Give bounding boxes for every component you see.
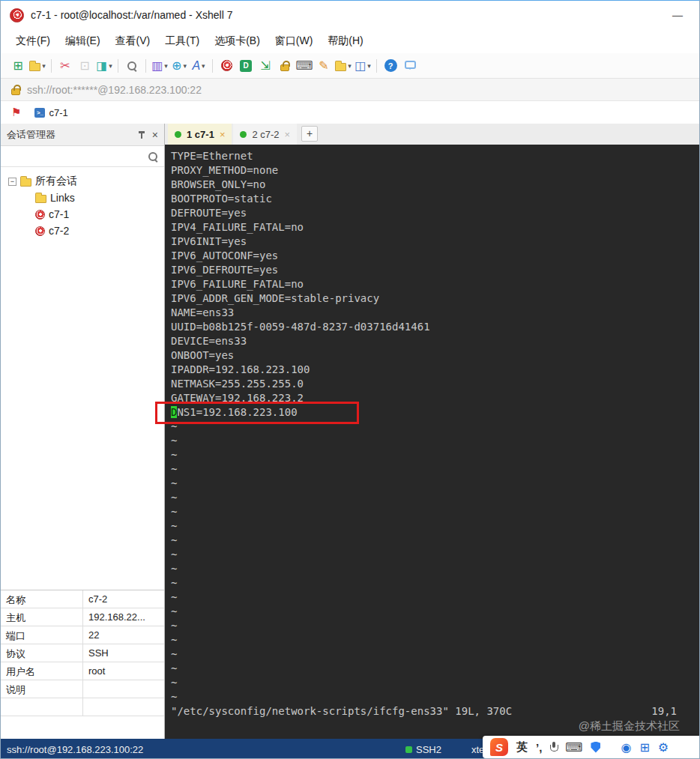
- open-session-icon[interactable]: ▾: [28, 57, 46, 75]
- tray-grid-icon[interactable]: ⊞: [639, 740, 649, 755]
- terminal-tilde-line: ~: [171, 633, 699, 647]
- property-value: c7-2: [83, 590, 164, 608]
- property-row-port: 端口22: [1, 626, 164, 644]
- terminal-tilde-line: ~: [171, 448, 699, 462]
- virtual-keyboard-icon[interactable]: ⌨: [565, 740, 582, 755]
- collapse-icon[interactable]: −: [8, 178, 16, 186]
- tray-circle-icon[interactable]: ◉: [621, 740, 631, 755]
- fullscreen-icon[interactable]: ⇲: [256, 57, 274, 75]
- ime-punctuation-toggle[interactable]: ’,: [536, 741, 542, 754]
- xshell-logo-icon[interactable]: [217, 57, 235, 75]
- property-value: 192.168.22...: [83, 608, 164, 626]
- pin-icon[interactable]: [138, 130, 145, 139]
- send-text-icon[interactable]: ▥▾: [151, 57, 169, 75]
- tab-label: 1 c7-1: [187, 129, 214, 140]
- keyboard-icon[interactable]: ⌨: [295, 57, 313, 75]
- menu-item-file[interactable]: 文件(F): [8, 31, 58, 51]
- ime-language-toggle[interactable]: 英: [516, 740, 528, 755]
- dropdown-arrow-icon: ▾: [42, 62, 46, 70]
- transfer-folder-icon: [335, 63, 346, 71]
- encoding-globe-icon: ⊕: [172, 60, 181, 72]
- property-key: 用户名: [1, 662, 83, 680]
- session-icon: [35, 226, 45, 236]
- layout-icon[interactable]: ◫▾: [354, 57, 372, 75]
- menu-item-help[interactable]: 帮助(H): [320, 31, 370, 51]
- terminal-tab-1-c7-1[interactable]: 1 c7-1×: [168, 124, 232, 145]
- microphone-icon[interactable]: [550, 742, 557, 753]
- title-bar: c7-1 - root@localhost:/var/named - Xshel…: [1, 1, 699, 29]
- property-row-name: 名称c7-2: [1, 590, 164, 608]
- xftp-icon[interactable]: D: [237, 57, 255, 75]
- find-icon[interactable]: [123, 57, 141, 75]
- highlight-pen-icon[interactable]: ✎: [315, 57, 333, 75]
- terminal-screen[interactable]: TYPE=EthernetPROXY_METHOD=noneBROWSER_ON…: [165, 145, 699, 739]
- sogou-logo-icon[interactable]: S: [490, 738, 508, 756]
- terminal-tilde-line: ~: [171, 434, 699, 448]
- input-shield-icon[interactable]: [591, 742, 600, 753]
- property-value: [83, 680, 164, 698]
- terminal-tilde-line: ~: [171, 590, 699, 605]
- search-icon: [148, 151, 158, 162]
- dropdown-arrow-icon: ▾: [109, 62, 112, 70]
- new-session-icon[interactable]: ⊞: [9, 57, 27, 75]
- terminal-tilde-line: ~: [171, 662, 699, 676]
- property-value: [83, 698, 164, 716]
- sidebar-item-c7-1[interactable]: c7-1: [1, 206, 164, 223]
- sidebar-item-c7-2[interactable]: c7-2: [1, 223, 164, 239]
- session-manager-title: 会话管理器: [7, 128, 55, 142]
- main-area: 会话管理器 × −所有会话Linksc7-1c7-2 名称c7-2主机192.1…: [1, 124, 699, 739]
- encoding-globe-icon[interactable]: ⊕▾: [170, 57, 188, 75]
- sidebar-item-links[interactable]: Links: [1, 190, 164, 206]
- disconnect-icon[interactable]: ✂: [56, 57, 74, 75]
- find-icon: [127, 61, 137, 71]
- help-icon[interactable]: ?: [381, 57, 399, 75]
- address-bar: ssh://root:******@192.168.223.100:22: [1, 79, 699, 101]
- dropdown-arrow-icon: ▾: [367, 62, 371, 70]
- menu-item-tools[interactable]: 工具(T): [157, 31, 207, 51]
- minimize-button[interactable]: —: [665, 9, 690, 21]
- protocol-label: SSH2: [416, 744, 441, 755]
- menu-item-edit[interactable]: 编辑(E): [58, 31, 108, 51]
- vi-status-line: "/etc/sysconfig/network-scripts/ifcfg-en…: [171, 704, 699, 719]
- lock-icon: [280, 64, 289, 71]
- toolbar: ⊞▾✂⊡◨▾▥▾⊕▾A▾D⇲⌨✎▾◫▾?: [1, 53, 699, 79]
- session-manager-panel: 会话管理器 × −所有会话Linksc7-1c7-2 名称c7-2主机192.1…: [1, 124, 165, 739]
- disconnect-icon: ✂: [60, 60, 70, 72]
- tray-gear-icon[interactable]: ⚙: [658, 740, 669, 755]
- session-properties-icon[interactable]: ◨▾: [95, 57, 113, 75]
- feedback-icon: [405, 61, 416, 69]
- property-key: 名称: [1, 590, 83, 608]
- new-tab-button[interactable]: +: [301, 126, 318, 142]
- new-session-icon: ⊞: [13, 60, 22, 72]
- session-search-box[interactable]: [1, 146, 164, 167]
- window-title: c7-1 - root@localhost:/var/named - Xshel…: [31, 9, 232, 21]
- dropdown-arrow-icon: ▾: [202, 62, 205, 70]
- menu-item-window[interactable]: 窗口(W): [268, 31, 321, 51]
- terminal-tilde-line: ~: [171, 548, 699, 562]
- property-row-username: 用户名root: [1, 662, 164, 680]
- sidebar-item-item[interactable]: −所有会话: [1, 173, 164, 190]
- tab-close-icon[interactable]: ×: [285, 129, 291, 140]
- close-panel-icon[interactable]: ×: [152, 130, 158, 140]
- dropdown-arrow-icon: ▾: [183, 62, 187, 70]
- quick-session-button[interactable]: >_ c7-1: [30, 106, 72, 120]
- lock-icon[interactable]: [276, 57, 294, 75]
- terminal-line: DEFROUTE=yes: [171, 206, 699, 220]
- address-url[interactable]: ssh://root:******@192.168.223.100:22: [27, 84, 202, 96]
- tree-label: Links: [50, 192, 75, 204]
- menu-item-tabs[interactable]: 选项卡(B): [207, 31, 268, 51]
- terminal-line: DNS1=192.168.223.100: [171, 405, 699, 420]
- terminal-tab-2-c7-2[interactable]: 2 c7-2×: [233, 124, 297, 145]
- feedback-icon[interactable]: [401, 57, 419, 75]
- menu-item-view[interactable]: 查看(V): [108, 31, 158, 51]
- font-icon[interactable]: A▾: [190, 57, 208, 75]
- terminal-line: PROXY_METHOD=none: [171, 163, 699, 178]
- property-value: SSH: [83, 644, 164, 662]
- tree-label: c7-1: [49, 208, 69, 220]
- tab-close-icon[interactable]: ×: [220, 129, 226, 140]
- flag-icon[interactable]: ⚑: [11, 106, 21, 119]
- toolbar-divider: [212, 59, 213, 73]
- transfer-folder-icon[interactable]: ▾: [334, 57, 352, 75]
- status-protocol: SSH2: [405, 744, 441, 755]
- terminal-tilde-line: ~: [171, 491, 699, 505]
